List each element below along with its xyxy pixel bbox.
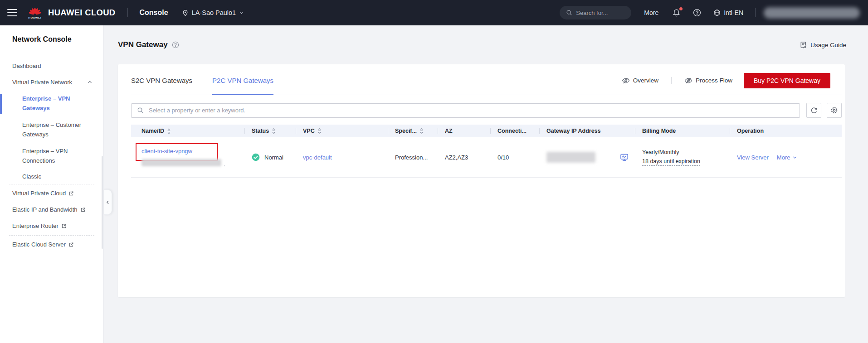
sort-icon[interactable] [419, 128, 424, 135]
header-vpc[interactable]: VPC [296, 125, 388, 137]
header-name-id[interactable]: Name/ID [131, 125, 244, 137]
billing-expiration-note: 18 days until expiration [642, 158, 700, 166]
tabs-row: S2C VPN Gateways P2C VPN Gateways Overvi… [131, 64, 842, 95]
hamburger-menu-icon[interactable] [7, 9, 17, 16]
main-content: VPN Gateway Usage Guide S2C VPN Gateways… [104, 25, 868, 343]
tab-s2c-vpn-gateways[interactable]: S2C VPN Gateways [131, 64, 192, 95]
toolbar-separator [671, 77, 672, 84]
location-pin-icon [182, 10, 189, 16]
table-row: client-to-site-vpngw . Normal vpc-defaul… [131, 137, 842, 178]
chevron-down-icon [792, 155, 797, 160]
header-connections: Connecti... [490, 125, 539, 137]
sidebar-item-enterprise-customer-gateways[interactable]: Enterprise – Customer Gateways [0, 116, 103, 143]
global-search-placeholder: Search for... [576, 10, 608, 16]
header-az: AZ [438, 125, 490, 137]
sidebar-scrollbar[interactable] [102, 156, 103, 249]
page-help-icon[interactable] [172, 41, 179, 48]
refresh-button[interactable] [806, 103, 821, 118]
brand-title[interactable]: HUAWEI CLOUD [48, 8, 116, 18]
sort-icon[interactable] [167, 128, 171, 135]
huawei-logo: HUAWEI [25, 6, 44, 19]
eye-off-icon [622, 77, 630, 84]
sidebar-item-elastic-ip-and-bandwidth[interactable]: Elastic IP and Bandwidth [0, 203, 101, 217]
cell-name-id: client-to-site-vpngw . [131, 137, 244, 177]
sidebar-item-virtual-private-cloud[interactable]: Virtual Private Cloud [0, 184, 101, 203]
cell-az: AZ2,AZ3 [438, 154, 490, 161]
usage-guide-button[interactable]: Usage Guide [800, 41, 846, 48]
billing-mode-text: Yearly/Monthly [642, 149, 730, 155]
cell-specification: Profession... [388, 154, 438, 161]
header-specification[interactable]: Specif... [388, 125, 438, 137]
help-icon[interactable] [693, 9, 701, 17]
sidebar-item-elastic-cloud-server[interactable]: Elastic Cloud Server [0, 236, 101, 254]
notifications-bell-icon[interactable] [672, 9, 681, 17]
region-label: LA-Sao Paulo1 [192, 9, 236, 16]
gateway-table: Name/ID Status VPC Specif... AZ Connecti… [131, 125, 842, 178]
sidebar: Network Console Dashboard Virtual Privat… [0, 25, 104, 343]
search-icon [566, 10, 572, 16]
gateway-name-link[interactable]: client-to-site-vpngw [141, 147, 192, 155]
cell-billing-mode: Yearly/Monthly 18 days until expiration [635, 149, 730, 166]
header-gateway-ip: Gateway IP Address [539, 125, 635, 137]
external-link-icon [68, 242, 74, 247]
process-flow-toggle[interactable]: Process Flow [684, 77, 732, 84]
more-actions-link[interactable]: More [777, 154, 798, 161]
gateway-id-redacted [141, 159, 221, 166]
filter-search-input[interactable] [148, 106, 794, 114]
sort-icon[interactable] [272, 128, 276, 135]
settings-gear-button[interactable] [827, 103, 842, 118]
sidebar-item-dashboard[interactable]: Dashboard [0, 58, 103, 74]
buy-p2c-vpn-gateway-button[interactable]: Buy P2C VPN Gateway [744, 73, 830, 88]
topbar-separator [755, 8, 756, 17]
chevron-up-icon [87, 79, 93, 85]
header-operation: Operation [730, 125, 842, 137]
tab-p2c-vpn-gateways[interactable]: P2C VPN Gateways [212, 64, 273, 95]
filter-search-box [131, 103, 800, 118]
console-link[interactable]: Console [140, 9, 168, 17]
header-billing-mode: Billing Mode [635, 125, 730, 137]
cell-connections: 0/10 [490, 154, 539, 161]
vpc-link[interactable]: vpc-default [303, 154, 332, 161]
external-link-icon [68, 191, 74, 196]
sidebar-collapse-handle[interactable] [104, 189, 112, 215]
globe-icon [713, 9, 721, 16]
external-link-icon [80, 207, 86, 213]
chevron-down-icon [239, 10, 244, 15]
cell-operation: View Server More [730, 154, 842, 161]
topbar-separator [127, 8, 128, 17]
gateway-card: S2C VPN Gateways P2C VPN Gateways Overvi… [118, 64, 845, 297]
external-link-icon [61, 223, 67, 229]
gateway-ip-redacted [546, 152, 595, 163]
sidebar-item-virtual-private-network[interactable]: Virtual Private Network [0, 74, 103, 90]
search-icon [137, 107, 144, 114]
sort-icon[interactable] [317, 128, 322, 135]
cell-vpc: vpc-default [296, 154, 388, 161]
sidebar-item-enterprise-vpn-connections[interactable]: Enterprise – VPN Connections [0, 143, 103, 169]
cell-gateway-ip [539, 152, 635, 163]
sidebar-item-enterprise-vpn-gateways[interactable]: Enterprise – VPN Gateways [0, 90, 103, 116]
top-bar: HUAWEI HUAWEI CLOUD Console LA-Sao Paulo… [0, 0, 868, 25]
eye-off-icon [684, 77, 692, 84]
sidebar-title: Network Console [12, 35, 91, 43]
view-server-link[interactable]: View Server [737, 154, 769, 161]
gateway-id-suffix: . [224, 161, 225, 168]
status-ok-icon [252, 153, 260, 161]
page-title: VPN Gateway [118, 40, 179, 49]
sidebar-item-enterprise-router[interactable]: Enterprise Router [0, 217, 101, 235]
notification-dot [679, 7, 683, 10]
monitoring-icon[interactable] [620, 153, 629, 162]
region-selector[interactable]: LA-Sao Paulo1 [182, 9, 244, 16]
global-search[interactable]: Search for... [560, 6, 631, 19]
account-menu-redacted[interactable] [764, 7, 860, 19]
overview-toggle[interactable]: Overview [622, 77, 658, 84]
language-selector[interactable]: Intl-EN [713, 9, 743, 16]
usage-guide-doc-icon [800, 41, 807, 48]
cell-status: Normal [244, 153, 296, 161]
huawei-logo-caption: HUAWEI [28, 16, 41, 19]
header-status[interactable]: Status [244, 125, 296, 137]
language-label: Intl-EN [724, 9, 743, 16]
table-header-row: Name/ID Status VPC Specif... AZ Connecti… [131, 125, 842, 137]
more-menu[interactable]: More [644, 9, 658, 16]
status-text: Normal [264, 154, 283, 161]
sidebar-item-classic[interactable]: Classic [0, 169, 103, 184]
